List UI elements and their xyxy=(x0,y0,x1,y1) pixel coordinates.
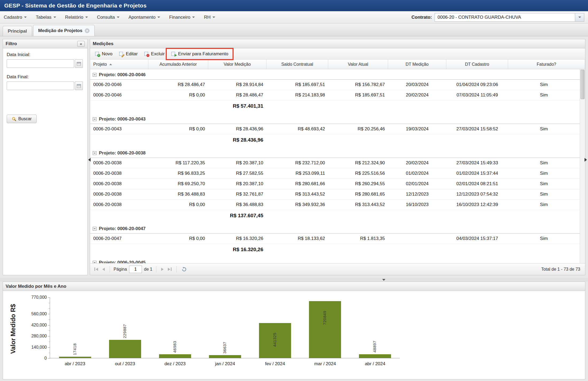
table-row[interactable]: 0006-20-0038R$ 96.833,25R$ 27.582,55R$ 2… xyxy=(90,168,580,179)
cell: 27/03/2024 15:58:52 xyxy=(446,126,508,132)
collapse-splitter-right-icon[interactable] xyxy=(585,158,587,162)
group-header[interactable]: Projeto: 0006-20-0047 xyxy=(90,224,580,234)
vertical-scrollbar-thumb[interactable] xyxy=(581,70,585,99)
cell: Sim xyxy=(508,202,580,207)
edit-record-icon xyxy=(119,52,124,56)
table-row[interactable]: 0006-20-0038R$ 69.250,70R$ 20.387,10R$ 2… xyxy=(90,179,580,189)
tabbar: Principal Medição de Projetos ✕ xyxy=(0,24,588,36)
bar-value-label: 17418 xyxy=(72,343,77,355)
splitter-collapse-icon[interactable] xyxy=(382,279,385,281)
column-header-2[interactable]: Acumulado Anterior xyxy=(148,60,208,69)
refresh-icon[interactable] xyxy=(180,266,188,273)
tab-medicao-de-projetos[interactable]: Medição de Projetos ✕ xyxy=(33,25,95,36)
collapse-splitter-left-icon[interactable] xyxy=(88,158,91,162)
column-header-1[interactable]: Projeto xyxy=(90,60,148,69)
paging-total-label: Total de 1 - 73 de 73 xyxy=(541,267,582,272)
table-row[interactable]: 0006-20-0038R$ 0,00R$ 36.488,83R$ 349.93… xyxy=(90,200,580,210)
cell: Sim xyxy=(508,236,580,241)
menu-item-consulta[interactable]: Consulta xyxy=(97,15,119,20)
group-collapse-icon[interactable] xyxy=(93,151,96,155)
tab-close-icon[interactable]: ✕ xyxy=(85,28,90,33)
group-summary-row[interactable]: R$ 137.607,45 xyxy=(90,210,580,221)
cell: 01/04/2024 09:23:06 xyxy=(446,82,508,87)
y-axis-minor-tick xyxy=(49,342,50,342)
menu-item-relatório[interactable]: Relatório xyxy=(65,15,88,20)
contract-combo-trigger[interactable] xyxy=(575,13,584,21)
table-row[interactable]: 0006-20-0038R$ 117.220,35R$ 20.387,10R$ … xyxy=(90,158,580,168)
calendar-icon[interactable] xyxy=(75,81,83,90)
new-button[interactable]: + Novo xyxy=(92,50,115,58)
filter-panel-title: Filtro xyxy=(6,41,17,46)
column-header-7[interactable]: DT Cadastro xyxy=(446,60,508,69)
cell: 20/02/2024 xyxy=(388,92,446,98)
group-header-label: Projeto: 0006-20-0045 xyxy=(99,260,146,263)
group-collapse-icon[interactable] xyxy=(93,261,96,263)
group-summary-row[interactable]: R$ 28.436,96 xyxy=(90,134,580,145)
group-summary-row[interactable]: R$ 16.320,26 xyxy=(90,244,580,255)
collapse-panel-icon[interactable]: « xyxy=(77,41,85,47)
search-icon xyxy=(12,117,16,121)
menu-item-financeiro[interactable]: Financeiro xyxy=(169,15,195,20)
vertical-scrollbar[interactable] xyxy=(580,69,585,263)
y-tick-label: 140,000 xyxy=(31,345,47,350)
tab-principal[interactable]: Principal xyxy=(3,26,32,36)
prev-page-icon[interactable] xyxy=(101,267,106,272)
cell: R$ 0,00 xyxy=(148,202,208,207)
horizontal-splitter[interactable] xyxy=(0,278,588,282)
start-date-input[interactable] xyxy=(7,59,74,68)
bar-value-label: 48897 xyxy=(372,341,377,352)
cell: R$ 185.697,51 xyxy=(328,92,388,98)
group-header[interactable]: Projeto: 0006-20-0043 xyxy=(90,115,580,124)
cell: R$ 28.436,96 xyxy=(208,126,266,132)
search-button[interactable]: Buscar xyxy=(7,115,37,123)
group-header[interactable]: Projeto: 0006-20-0046 xyxy=(90,70,580,80)
group-collapse-icon[interactable] xyxy=(93,227,96,231)
group-summary-row[interactable]: R$ 57.401,31 xyxy=(90,100,580,111)
last-page-icon[interactable] xyxy=(167,266,173,272)
cell: R$ 28.914,84 xyxy=(208,82,266,87)
calendar-icon[interactable] xyxy=(75,59,83,68)
grid-column-headers: ProjetoAcumulado AnteriorValor MediçãoSa… xyxy=(90,60,585,69)
group-header[interactable]: Projeto: 0006-20-0045 xyxy=(90,258,580,263)
cell: R$ 313.443,52 xyxy=(266,192,328,197)
menu-item-cadastro[interactable]: Cadastro xyxy=(4,15,27,20)
edit-button[interactable]: Editar xyxy=(116,50,140,58)
new-button-label: Novo xyxy=(102,51,113,57)
cell: 0006-20-0046 xyxy=(90,92,148,98)
y-axis-minor-tick xyxy=(49,308,50,309)
menu-item-apontamento[interactable]: Apontamento xyxy=(129,15,160,20)
column-header-label: Faturado? xyxy=(537,62,556,67)
column-header-8[interactable]: Faturado? xyxy=(508,60,585,69)
menu-item-tabelas[interactable]: Tabelas xyxy=(36,15,56,20)
column-header-5[interactable]: Valor Atual xyxy=(328,60,388,69)
cell: R$ 57.401,31 xyxy=(208,103,266,109)
table-row[interactable]: 0006-20-0038R$ 36.488,83R$ 32.761,87R$ 3… xyxy=(90,189,580,200)
group-collapse-icon[interactable] xyxy=(93,73,96,77)
y-axis-tick xyxy=(48,325,50,325)
menu-item-label: Consulta xyxy=(97,15,115,20)
end-date-input[interactable] xyxy=(7,81,74,90)
contract-selector: Contrato: 0006-20 - CONTRATO GUARDA-CHUV… xyxy=(412,13,584,22)
table-row[interactable]: 0006-20-0046R$ 0,00R$ 28.486,47R$ 214.18… xyxy=(90,90,580,100)
contract-combo[interactable]: 0006-20 - CONTRATO GUARDA-CHUVA xyxy=(435,13,584,22)
menu-item-rh[interactable]: RH xyxy=(204,15,215,20)
send-to-billing-label: Enviar para Faturamento xyxy=(178,51,228,57)
cell: 07/03/2024 11:05:49 xyxy=(446,92,508,98)
column-header-6[interactable]: DT Medição xyxy=(388,60,446,69)
y-tick-label: 280,000 xyxy=(31,334,47,339)
column-header-4[interactable]: Saldo Contratual xyxy=(266,60,328,69)
table-row[interactable]: 0006-20-0047R$ 0,00R$ 16.320,26R$ 18.133… xyxy=(90,234,580,244)
column-header-3[interactable]: Valor Medição xyxy=(208,60,266,69)
delete-button[interactable]: − Excluir xyxy=(141,50,167,58)
group-header[interactable]: Projeto: 0006-20-0038 xyxy=(90,149,580,158)
menubar: CadastroTabelasRelatórioConsultaApontame… xyxy=(0,11,588,24)
cell: R$ 0,00 xyxy=(148,126,208,132)
next-page-icon[interactable] xyxy=(160,267,165,272)
page-number-input[interactable] xyxy=(129,266,142,273)
table-row[interactable]: 0006-20-0046R$ 28.486,47R$ 28.914,84R$ 1… xyxy=(90,80,580,90)
chart-bar xyxy=(359,354,391,358)
send-to-billing-button[interactable]: Enviar para Faturamento xyxy=(168,50,231,58)
first-page-icon[interactable] xyxy=(93,266,99,272)
group-collapse-icon[interactable] xyxy=(93,117,96,121)
table-row[interactable]: 0006-20-0043R$ 0,00R$ 28.436,96R$ 48.693… xyxy=(90,124,580,134)
